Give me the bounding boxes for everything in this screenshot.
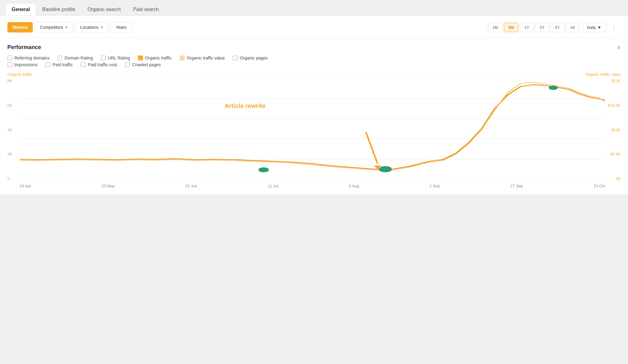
- metric-paid-traffic[interactable]: Paid traffic: [45, 62, 73, 67]
- time-2y[interactable]: 2Y: [535, 23, 549, 32]
- chart-container: Organic traffic Organic traffic value 8K…: [7, 72, 621, 188]
- chart-area: Article rewrite: [20, 78, 605, 180]
- x-label-sep2: 27 Sep: [511, 184, 523, 188]
- y-left-4k: 4K: [7, 128, 12, 132]
- tab-paid-search[interactable]: Paid search: [128, 4, 165, 15]
- time-1y[interactable]: 1Y: [520, 23, 534, 32]
- x-label-may: 20 May: [101, 184, 115, 188]
- filter-years[interactable]: Years: [110, 22, 132, 33]
- y-right-22k: $22K: [611, 79, 621, 83]
- metric-paid-traffic-cost[interactable]: Paid traffic cost: [81, 62, 117, 67]
- filter-locations[interactable]: Locations ▼: [75, 22, 109, 33]
- time-5y[interactable]: 5Y: [550, 23, 565, 32]
- metric-domain-rating[interactable]: Domain Rating: [57, 56, 93, 60]
- filter-left: Metrics Competitors ▼ Locations ▼ Years: [7, 22, 132, 33]
- chart-right-axis-label: Organic traffic value: [585, 72, 621, 77]
- competitors-arrow-icon: ▼: [65, 26, 68, 29]
- performance-header: Performance ∧: [7, 44, 621, 51]
- top-tabs: General Backlink profile Organic search …: [0, 0, 628, 16]
- x-label-jul: 11 Jul: [268, 184, 278, 188]
- check-icon: ✓: [139, 56, 142, 60]
- locations-arrow-icon: ▼: [100, 26, 103, 29]
- y-left-2k: 2K: [7, 152, 12, 156]
- y-right-0: $0: [616, 176, 621, 181]
- tab-backlink-profile[interactable]: Backlink profile: [37, 4, 81, 15]
- filter-metrics[interactable]: Metrics: [7, 22, 33, 33]
- tab-general[interactable]: General: [6, 4, 36, 15]
- y-right-11k: $11K: [611, 128, 621, 132]
- daily-arrow-icon: ▼: [597, 25, 601, 30]
- y-left-6k: 6K: [7, 103, 12, 108]
- x-label-oct: 23 Oct: [594, 184, 605, 188]
- chart-svg: [20, 78, 605, 180]
- metric-referring-domains[interactable]: Referring domains: [7, 56, 49, 60]
- time-1m[interactable]: 1M: [488, 23, 503, 32]
- x-label-aug: 6 Aug: [349, 184, 359, 188]
- y-right-16k: $16.5K: [608, 103, 621, 108]
- check-icon-light: ✓: [181, 56, 183, 60]
- metric-impressions[interactable]: Impressions: [7, 62, 37, 67]
- filter-bar: Metrics Competitors ▼ Locations ▼ Years …: [7, 22, 621, 38]
- checkbox-paid-traffic: [45, 62, 50, 67]
- event-dot-aug: [379, 166, 392, 172]
- metric-organic-traffic-value[interactable]: ✓ Organic traffic value: [180, 56, 225, 60]
- tab-organic-search[interactable]: Organic search: [82, 4, 126, 15]
- metric-url-rating[interactable]: URL Rating: [101, 56, 130, 60]
- filter-competitors[interactable]: Competitors ▼: [35, 22, 73, 33]
- metrics-row-2: Impressions Paid traffic Paid traffic co…: [7, 62, 621, 67]
- x-label-jun: 15 Jun: [185, 184, 197, 188]
- checkbox-paid-traffic-cost: [81, 62, 86, 67]
- more-options-button[interactable]: ⋮: [608, 22, 621, 33]
- y-right-5k: $5.5K: [610, 152, 621, 156]
- checkbox-organic-traffic: ✓: [138, 56, 143, 60]
- daily-button[interactable]: Daily ▼: [582, 23, 606, 32]
- x-axis-labels: 24 Apr 20 May 15 Jun 11 Jul 6 Aug 1 Sep …: [20, 184, 605, 188]
- time-6m[interactable]: 6M: [504, 23, 519, 32]
- main-content: Metrics Competitors ▼ Locations ▼ Years …: [0, 16, 628, 194]
- chart-left-axis-label: Organic traffic: [7, 72, 32, 77]
- x-label-apr: 24 Apr: [20, 184, 31, 188]
- y-axis-right: $22K $16.5K $11K $5.5K $0: [606, 78, 621, 188]
- metric-organic-traffic[interactable]: ✓ Organic traffic: [138, 56, 172, 60]
- metric-organic-pages[interactable]: Organic pages: [233, 56, 268, 60]
- checkbox-domain-rating: [57, 56, 62, 60]
- y-left-8k: 8K: [7, 79, 12, 83]
- checkbox-impressions: [7, 62, 12, 67]
- event-dot-jun: [258, 167, 269, 172]
- checkbox-crawled-pages: [125, 62, 130, 67]
- app-container: General Backlink profile Organic search …: [0, 0, 628, 364]
- checkbox-organic-pages: [233, 56, 238, 60]
- y-axis-left: 8K 6K 4K 2K 0: [7, 78, 19, 188]
- collapse-button[interactable]: ∧: [617, 44, 621, 50]
- checkbox-organic-traffic-value: ✓: [180, 56, 185, 60]
- y-left-0: 0: [7, 176, 10, 181]
- performance-title: Performance: [7, 44, 41, 51]
- event-dot-sep: [549, 86, 558, 90]
- svg-line-6: [366, 132, 377, 164]
- checkbox-url-rating: [101, 56, 106, 60]
- time-all[interactable]: All: [566, 23, 579, 32]
- filter-right: 1M 6M 1Y 2Y 5Y All Daily ▼ ⋮: [488, 22, 621, 33]
- checkbox-referring-domains: [7, 56, 12, 60]
- x-label-sep1: 1 Sep: [430, 184, 440, 188]
- performance-section: Performance ∧ Referring domains Domain R…: [7, 44, 621, 188]
- metrics-row-1: Referring domains Domain Rating URL Rati…: [7, 56, 621, 60]
- metric-crawled-pages[interactable]: Crawled pages: [125, 62, 161, 67]
